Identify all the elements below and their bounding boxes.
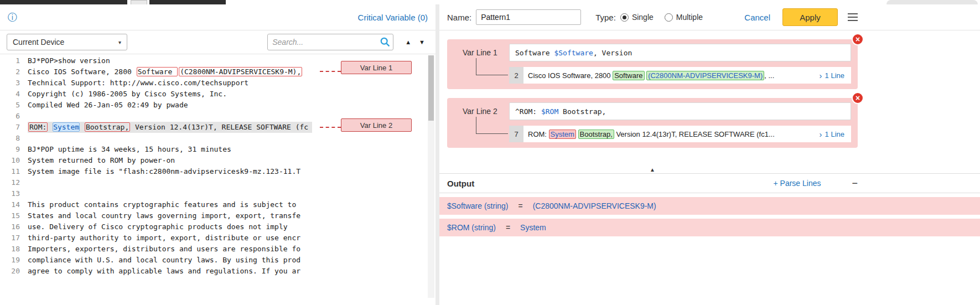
chevron-right-icon: › xyxy=(820,71,822,80)
find-previous-button[interactable]: ▲ xyxy=(401,39,415,45)
line-text: Compiled Wed 26-Jan-05 02:49 by pwade xyxy=(28,100,312,111)
close-button[interactable]: × xyxy=(852,33,864,45)
line-text: BJ*POP uptime is 34 weeks, 15 hours, 31 … xyxy=(28,144,312,155)
vertical-scrollbar[interactable] xyxy=(428,55,434,298)
code-line: 13 xyxy=(0,188,418,199)
radio-label: Single xyxy=(632,13,654,22)
line-text xyxy=(28,177,312,188)
chevron-right-icon: › xyxy=(820,130,822,139)
var-line-label: Var Line 2 xyxy=(463,107,497,116)
var-line-label: Var Line 1 xyxy=(463,48,497,57)
code-line: 17third-party authority to import, expor… xyxy=(0,232,418,244)
code-line: 20agree to comply with applicable laws a… xyxy=(0,266,418,277)
left-panel-header: ⓘ Critical Variable (0) xyxy=(0,4,435,30)
line-number: 11 xyxy=(0,166,28,177)
line-text xyxy=(28,188,312,199)
connector-line xyxy=(476,117,508,134)
code-line: 11System image file is "flash:c2800nm-ad… xyxy=(0,166,418,177)
expand-label: 1 Line xyxy=(825,71,844,80)
line-text xyxy=(28,111,312,122)
pattern-name-input[interactable] xyxy=(476,9,581,25)
var-line-2-callout[interactable]: Var Line 2 xyxy=(341,118,412,132)
expand-link[interactable]: ›1 Line xyxy=(817,67,851,84)
code-line: 10System returned to ROM by power-on xyxy=(0,155,418,166)
close-icon: × xyxy=(855,35,860,44)
code-line: 3Technical Support: http://www.cisco.com… xyxy=(0,77,418,89)
radio-label: Multiple xyxy=(676,13,703,22)
pattern-input[interactable]: Software $Software, Version xyxy=(509,44,851,61)
code-editor: 1BJ*POP>show version2Cisco IOS Software,… xyxy=(0,54,435,305)
browser-tab xyxy=(0,0,127,4)
text-segment: Software xyxy=(613,71,644,80)
cancel-button[interactable]: Cancel xyxy=(744,13,770,22)
text-segment: third-party authority to import, export,… xyxy=(28,234,300,242)
browser-tab-strip xyxy=(0,0,980,4)
pattern-card: Var Line 1Software $Software, Version2Ci… xyxy=(447,39,858,89)
output-variable-row: $ROM (string)=System xyxy=(439,219,980,236)
text-segment: Copyright (c) 1986-2005 by Cisco Systems… xyxy=(28,90,227,98)
output-header: ▲ Output + Parse Lines − xyxy=(439,173,980,193)
code-line: 18Importers, exporters, distributors and… xyxy=(0,244,418,255)
code-line: 14This product contains cryptographic fe… xyxy=(0,199,418,210)
variable-name: $ROM (string) xyxy=(447,223,496,232)
type-radio-multiple[interactable]: Multiple xyxy=(665,13,703,22)
info-icon[interactable]: ⓘ xyxy=(8,11,17,24)
line-number: 6 xyxy=(0,111,28,122)
text-segment: Software xyxy=(515,49,554,57)
text-segment: This product contains cryptographic feat… xyxy=(28,200,296,209)
line-number: 9 xyxy=(0,144,28,155)
apply-button[interactable]: Apply xyxy=(782,8,838,26)
line-number: 8 xyxy=(0,133,28,144)
line-text xyxy=(28,133,312,144)
line-text: Technical Support: http://www.cisco.com/… xyxy=(28,77,312,89)
line-number: 7 xyxy=(0,122,28,133)
match-line-number: 2 xyxy=(509,67,523,84)
match-row: 7ROM: System Bootstrap, Version 12.4(13r… xyxy=(509,126,851,142)
code-line: 9BJ*POP uptime is 34 weeks, 15 hours, 31… xyxy=(0,144,418,155)
line-text: Copyright (c) 1986-2005 by Cisco Systems… xyxy=(28,89,312,100)
device-output-panel: ⓘ Critical Variable (0) Current Device ▾… xyxy=(0,4,435,305)
var-line-1-callout[interactable]: Var Line 1 xyxy=(341,61,412,74)
search-input[interactable] xyxy=(272,38,380,46)
variable-name: $Software (string) xyxy=(447,201,508,210)
pattern-input[interactable]: ^ROM: $ROM Bootstrap, xyxy=(509,102,851,120)
parse-lines-link[interactable]: + Parse Lines xyxy=(773,179,821,188)
code-line: 8 xyxy=(0,133,418,144)
device-dropdown[interactable]: Current Device ▾ xyxy=(7,34,127,50)
match-text: ROM: System Bootstrap, Version 12.4(13r)… xyxy=(523,126,817,142)
search-icon[interactable] xyxy=(380,37,391,48)
line-number: 19 xyxy=(0,255,28,266)
line-number: 10 xyxy=(0,155,28,166)
text-segment: BJ*POP>show version xyxy=(28,56,110,65)
line-text: This product contains cryptographic feat… xyxy=(28,199,312,210)
line-number: 12 xyxy=(0,177,28,188)
line-text: compliance with U.S. and local country l… xyxy=(28,255,312,266)
line-text: third-party authority to import, export,… xyxy=(28,232,312,244)
critical-variable-link[interactable]: Critical Variable (0) xyxy=(358,13,428,22)
output-variable-row: $Software (string)=(C2800NM-ADVIPSERVICE… xyxy=(439,197,980,215)
type-radio-single[interactable]: Single xyxy=(620,13,654,22)
text-segment: agree to comply with applicable laws and… xyxy=(28,267,300,275)
text-segment: Cisco IOS Software, 2800 xyxy=(28,68,136,76)
menu-icon[interactable] xyxy=(848,12,858,22)
line-number: 20 xyxy=(0,266,28,277)
find-next-button[interactable]: ▼ xyxy=(415,39,429,45)
collapse-up-icon[interactable]: ▲ xyxy=(645,167,660,173)
equals-sign: = xyxy=(506,223,510,232)
line-number: 4 xyxy=(0,89,28,100)
annotation-dash-line xyxy=(320,127,341,128)
text-segment: $Software xyxy=(554,49,593,57)
line-text: agree to comply with applicable laws and… xyxy=(28,266,312,277)
browser-tab xyxy=(149,0,226,4)
scrollbar-thumb[interactable] xyxy=(428,55,434,121)
close-button[interactable]: × xyxy=(852,92,864,104)
text-segment: Bootstrap, xyxy=(85,122,130,132)
expand-link[interactable]: ›1 Line xyxy=(817,126,851,142)
line-text: Importers, exporters, distributors and u… xyxy=(28,244,312,255)
minimize-icon[interactable]: − xyxy=(852,178,858,189)
text-segment: States and local country laws governing … xyxy=(28,211,300,220)
text-segment: System xyxy=(549,130,576,139)
text-segment: Software xyxy=(137,67,178,76)
line-text: ROM: System Bootstrap, Version 12.4(13r)… xyxy=(28,122,312,133)
text-segment: (C2800NM-ADVIPSERVICESK9-M), xyxy=(179,67,302,76)
